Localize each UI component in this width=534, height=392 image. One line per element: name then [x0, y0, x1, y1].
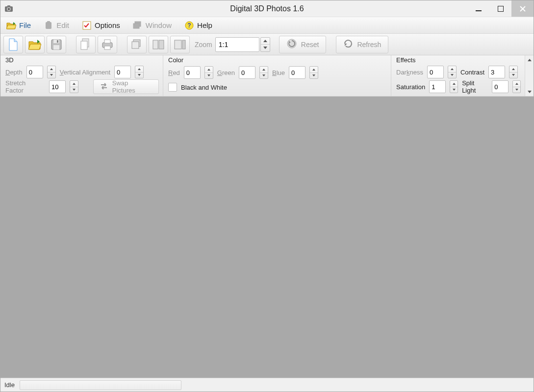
windows-icon: [133, 21, 143, 30]
refresh-label: Refresh: [357, 41, 381, 49]
svg-rect-27: [182, 40, 185, 49]
menu-edit-label: Edit: [56, 21, 69, 29]
clipboard-icon: [44, 21, 53, 30]
depth-spinner[interactable]: [47, 66, 56, 78]
svg-rect-25: [159, 40, 164, 49]
contrast-input[interactable]: [488, 66, 505, 78]
menu-options[interactable]: Options: [79, 19, 123, 32]
bw-checkbox[interactable]: [168, 83, 177, 92]
zoom-spinner-down[interactable]: [261, 45, 270, 51]
svg-point-3: [8, 8, 10, 10]
swap-label: Swap Pictures: [112, 79, 153, 94]
refresh-button[interactable]: Refresh: [336, 36, 388, 53]
toolbar: Zoom Reset Refresh: [0, 34, 534, 55]
status-text: Idle: [4, 381, 15, 389]
zoom-spinner-up[interactable]: [261, 38, 270, 45]
panels-scrollbar[interactable]: [525, 55, 534, 96]
panel-3d-title: 3D: [5, 56, 14, 64]
saturation-spinner[interactable]: [450, 80, 458, 93]
panel-effects: Effects Darkness Contrast Saturation Spl…: [391, 55, 525, 96]
panel-color-title: Color: [168, 56, 183, 64]
zoom-spinner[interactable]: [260, 37, 270, 52]
svg-rect-14: [53, 40, 59, 43]
red-spinner[interactable]: [204, 66, 213, 79]
panel-3d: 3D Depth Vertical Alignment Stretch Fact…: [0, 55, 163, 96]
canvas-area: [0, 97, 534, 378]
checklist-icon: [82, 21, 92, 30]
svg-rect-26: [175, 40, 181, 49]
svg-rect-18: [81, 41, 87, 49]
red-input[interactable]: [184, 66, 201, 79]
menu-help[interactable]: ? Help: [181, 19, 215, 32]
print-button[interactable]: [98, 36, 117, 53]
svg-rect-4: [476, 10, 482, 11]
depth-label: Depth: [5, 69, 23, 76]
darkness-spinner[interactable]: [448, 66, 457, 78]
bw-label: Black and White: [181, 84, 227, 91]
menu-file-label: File: [19, 21, 31, 29]
stretch-label: Stretch Factor: [5, 79, 45, 94]
svg-rect-10: [133, 24, 139, 28]
valign-spinner[interactable]: [135, 66, 144, 78]
svg-rect-15: [53, 45, 59, 49]
panel-color: Color Red Green Blue Black and White: [163, 55, 391, 96]
minimize-button[interactable]: [467, 0, 489, 17]
saturation-input[interactable]: [429, 80, 446, 93]
splitlight-input[interactable]: [492, 80, 509, 93]
open-button[interactable]: [25, 36, 45, 53]
green-label: Green: [217, 69, 235, 76]
stretch-input[interactable]: [49, 80, 66, 93]
contrast-spinner[interactable]: [509, 66, 518, 78]
svg-rect-1: [7, 5, 10, 7]
green-spinner[interactable]: [259, 66, 268, 79]
panel-effects-title: Effects: [396, 56, 416, 64]
swap-icon: [100, 82, 108, 92]
valign-label: Vertical Alignment: [60, 69, 110, 76]
svg-rect-24: [153, 40, 158, 49]
maximize-button[interactable]: [489, 0, 511, 17]
title-bar: Digital 3D Photos 1.6: [0, 0, 534, 17]
copy-button[interactable]: [76, 36, 96, 53]
save-button[interactable]: [47, 36, 66, 53]
red-label: Red: [168, 69, 180, 76]
blue-spinner[interactable]: [309, 66, 318, 79]
control-panels: 3D Depth Vertical Alignment Stretch Fact…: [0, 55, 534, 97]
reset-icon: [286, 38, 297, 50]
svg-rect-7: [47, 21, 50, 23]
svg-rect-21: [104, 46, 110, 49]
tile-stack-button[interactable]: [127, 36, 147, 53]
svg-rect-16: [57, 40, 58, 43]
darkness-input[interactable]: [427, 66, 444, 78]
stretch-spinner[interactable]: [70, 80, 78, 93]
zoom-label: Zoom: [195, 41, 212, 49]
menu-file[interactable]: File: [3, 19, 34, 32]
tile-split-button[interactable]: [149, 36, 168, 53]
swap-pictures-button[interactable]: Swap Pictures: [93, 79, 159, 94]
svg-text:?: ?: [187, 22, 191, 29]
green-input[interactable]: [239, 66, 255, 79]
svg-rect-20: [104, 40, 110, 43]
reset-button[interactable]: Reset: [279, 36, 327, 53]
zoom-input[interactable]: [215, 37, 259, 52]
scrollbar-down[interactable]: [525, 87, 534, 96]
menu-window: Window: [130, 19, 175, 32]
help-icon: ?: [184, 21, 194, 30]
blue-input[interactable]: [289, 66, 305, 79]
tile-panel-button[interactable]: [170, 36, 190, 53]
app-icon: [3, 3, 14, 14]
splitlight-label: Split Light: [462, 79, 488, 94]
window-title: Digital 3D Photos 1.6: [0, 4, 534, 13]
reset-label: Reset: [301, 41, 319, 49]
darkness-label: Darkness: [396, 69, 423, 76]
scrollbar-up[interactable]: [525, 55, 534, 64]
new-button[interactable]: [3, 36, 23, 53]
menu-help-label: Help: [197, 21, 212, 29]
menu-options-label: Options: [95, 21, 120, 29]
depth-input[interactable]: [26, 66, 43, 78]
svg-rect-5: [498, 6, 504, 12]
close-button[interactable]: [511, 0, 534, 17]
progress-bar: [20, 380, 181, 390]
valign-input[interactable]: [114, 66, 131, 78]
splitlight-spinner[interactable]: [512, 80, 521, 93]
blue-label: Blue: [272, 69, 285, 76]
